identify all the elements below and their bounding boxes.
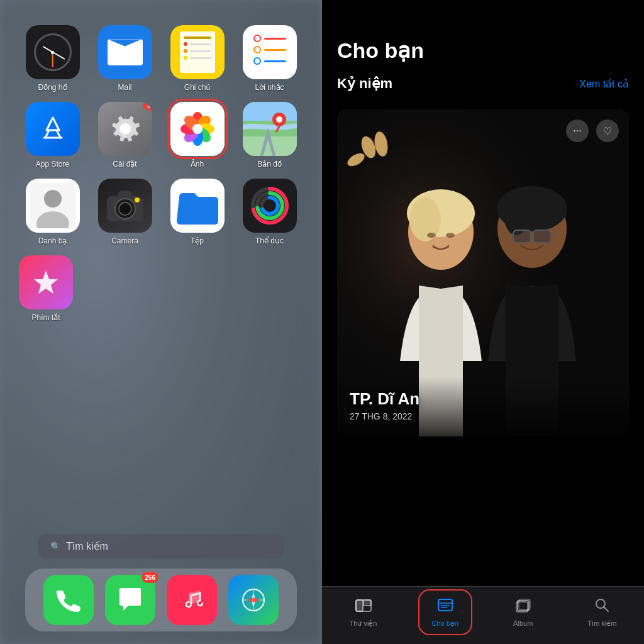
settings-badge: 1 bbox=[143, 102, 152, 111]
memory-more-button[interactable]: ··· bbox=[566, 119, 589, 142]
nav-item-albums[interactable]: Album bbox=[503, 593, 543, 631]
svg-point-15 bbox=[276, 116, 282, 123]
dock-messages[interactable]: 256 bbox=[105, 575, 155, 625]
svg-line-66 bbox=[604, 607, 608, 611]
svg-point-23 bbox=[119, 203, 131, 215]
svg-rect-57 bbox=[364, 600, 371, 606]
dock: 256 bbox=[25, 569, 297, 631]
svg-point-24 bbox=[135, 197, 140, 203]
svg-rect-50 bbox=[514, 231, 530, 242]
app-grid: Đồng hồ Mail bbox=[13, 25, 309, 245]
app-icon-shortcuts[interactable]: Phím tắt bbox=[19, 255, 73, 322]
app-icon-camera[interactable]: Camera bbox=[91, 179, 158, 245]
section-title: Kỷ niệm bbox=[337, 75, 392, 92]
svg-point-44 bbox=[535, 194, 560, 229]
svg-point-43 bbox=[504, 195, 529, 235]
memory-like-button[interactable]: ♡ bbox=[596, 119, 619, 142]
dock-music[interactable] bbox=[167, 575, 217, 625]
svg-point-38 bbox=[409, 197, 441, 242]
search-bar-container: 🔍 Tìm kiếm bbox=[13, 524, 309, 569]
photos-app-panel: Cho bạn Kỷ niệm Xem tất cả bbox=[322, 0, 644, 644]
search-nav-icon bbox=[594, 597, 610, 617]
nav-label-for-you: Cho bạn bbox=[432, 619, 458, 628]
app-label-fitness: Thể dục bbox=[255, 236, 284, 245]
library-icon bbox=[355, 597, 372, 617]
app-icon-clock[interactable]: Đồng hồ bbox=[19, 25, 86, 92]
app-label-settings: Cài đặt bbox=[113, 160, 136, 169]
app-label-clock: Đồng hồ bbox=[38, 83, 67, 92]
app-icon-files[interactable]: Tệp bbox=[164, 179, 231, 245]
svg-point-39 bbox=[427, 233, 436, 238]
see-all-link[interactable]: Xem tất cả bbox=[579, 78, 629, 90]
memory-card[interactable]: ··· ♡ TP. Dĩ An 27 THG 8, 2022 bbox=[337, 109, 629, 436]
app-label-reminders: Lời nhắc bbox=[255, 83, 284, 92]
svg-rect-56 bbox=[356, 600, 363, 611]
photos-bottom-nav: Thư viện Cho bạn bbox=[322, 586, 644, 644]
nav-item-for-you[interactable]: Cho bạn bbox=[422, 593, 469, 631]
app-icon-contacts[interactable]: Danh bạ bbox=[19, 179, 86, 245]
app-icon-mail[interactable]: Mail bbox=[91, 25, 158, 92]
app-icon-notes[interactable]: Ghi chú bbox=[164, 25, 231, 92]
home-screen-panel: Đồng hồ Mail bbox=[0, 0, 322, 644]
app-label-contacts: Danh bạ bbox=[38, 236, 67, 245]
svg-rect-21 bbox=[118, 191, 132, 199]
app-icon-photos[interactable]: Ảnh bbox=[164, 102, 231, 169]
nav-label-albums: Album bbox=[513, 619, 533, 627]
app-label-camera: Camera bbox=[111, 236, 138, 245]
search-placeholder: Tìm kiếm bbox=[66, 540, 108, 552]
app-icon-fitness[interactable]: Thể dục bbox=[236, 179, 303, 245]
app-label-mail: Mail bbox=[118, 83, 131, 92]
svg-point-18 bbox=[44, 190, 62, 208]
app-label-files: Tệp bbox=[191, 236, 204, 245]
search-bar[interactable]: 🔍 Tìm kiếm bbox=[38, 534, 284, 558]
app-label-notes: Ghi chú bbox=[184, 83, 210, 92]
memory-actions: ··· ♡ bbox=[566, 119, 619, 142]
memory-overlay: TP. Dĩ An 27 THG 8, 2022 bbox=[337, 377, 629, 436]
app-icon-appstore[interactable]: App Store bbox=[19, 102, 86, 169]
albums-icon bbox=[515, 597, 531, 617]
app-icon-reminders[interactable]: Lời nhắc bbox=[236, 25, 303, 92]
dock-phone[interactable] bbox=[43, 575, 94, 625]
memory-image: ··· ♡ TP. Dĩ An 27 THG 8, 2022 bbox=[337, 109, 629, 436]
nav-label-library: Thư viện bbox=[350, 619, 377, 628]
photos-title: Cho bạn bbox=[337, 38, 629, 63]
app-icon-maps[interactable]: Bản đồ bbox=[236, 102, 303, 169]
app-label-appstore: App Store bbox=[36, 160, 69, 169]
svg-point-40 bbox=[446, 233, 455, 238]
messages-badge: 256 bbox=[142, 572, 158, 583]
svg-point-9 bbox=[192, 124, 203, 134]
photos-header: Cho bạn Kỷ niệm Xem tất cả bbox=[322, 0, 644, 109]
nav-label-search: Tìm kiếm bbox=[587, 619, 616, 628]
nav-item-library[interactable]: Thư viện bbox=[340, 593, 387, 631]
nav-item-search[interactable]: Tìm kiếm bbox=[577, 593, 626, 631]
search-icon: 🔍 bbox=[50, 541, 61, 552]
memory-date: 27 THG 8, 2022 bbox=[350, 411, 616, 421]
section-header: Kỷ niệm Xem tất cả bbox=[337, 75, 629, 92]
app-icon-settings[interactable]: 1 Cài đặt bbox=[91, 102, 158, 169]
dock-safari[interactable] bbox=[228, 575, 279, 625]
svg-rect-51 bbox=[534, 231, 550, 242]
svg-rect-58 bbox=[438, 599, 452, 611]
app-label-maps: Bản đồ bbox=[257, 160, 282, 169]
for-you-icon bbox=[437, 597, 453, 617]
app-label-photos: Ảnh bbox=[191, 160, 204, 169]
app-label-shortcuts: Phím tắt bbox=[31, 313, 60, 322]
memory-location: TP. Dĩ An bbox=[350, 389, 616, 409]
